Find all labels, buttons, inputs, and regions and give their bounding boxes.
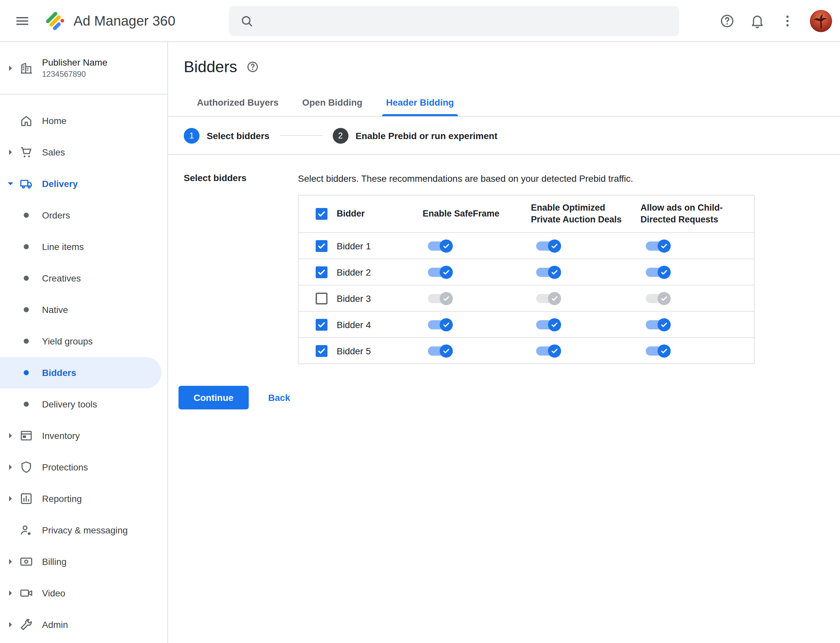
chevron-right-icon[interactable] (3, 429, 18, 442)
shield-icon (18, 459, 34, 475)
chevron-right-icon[interactable] (3, 618, 18, 631)
toggle-optimized-deals-bidder-4[interactable] (536, 318, 561, 331)
menu-button[interactable] (9, 8, 36, 34)
topbar-actions (714, 0, 832, 42)
description: Select bidders. These recommendations ar… (298, 172, 824, 185)
sidebar-item-sales[interactable]: Sales (0, 137, 167, 168)
tab-bar: Authorized BuyersOpen BiddingHeader Bidd… (168, 88, 840, 117)
toggle-optimized-deals-bidder-5[interactable] (536, 344, 561, 357)
continue-button[interactable]: Continue (178, 386, 248, 410)
tab-open-bidding[interactable]: Open Bidding (290, 88, 374, 116)
search-input[interactable] (263, 6, 669, 36)
row-checkbox-bidder-2[interactable] (315, 266, 327, 278)
sidebar-item-billing[interactable]: Billing (0, 546, 167, 578)
bidders-table: Bidder Enable SafeFrame Enable Optimized… (298, 195, 755, 364)
toggle-optimized-deals-bidder-2[interactable] (536, 265, 561, 279)
sidebar-item-bidders[interactable]: Bidders (0, 357, 167, 388)
truck-icon (18, 176, 34, 192)
sidebar-item-delivery[interactable]: Delivery (0, 168, 167, 199)
row-checkbox-bidder-5[interactable] (315, 345, 327, 357)
toggle-thumb (548, 344, 561, 357)
chevron-right-icon[interactable] (3, 146, 18, 159)
building-icon (18, 60, 34, 76)
sidebar-item-label: Privacy & messaging (42, 525, 127, 535)
toggle-safeframe-bidder-5[interactable] (428, 344, 453, 357)
more-options-button[interactable] (775, 8, 801, 34)
chevron-down-icon[interactable] (3, 177, 18, 190)
sidebar-item-video[interactable]: Video (0, 578, 167, 609)
bidders-panel: Select bidders. These recommendations ar… (298, 172, 824, 364)
tab-header-bidding[interactable]: Header Bidding (374, 88, 466, 116)
toggle-safeframe-bidder-2[interactable] (428, 265, 453, 279)
sidebar-item-home[interactable]: Home (0, 105, 167, 137)
toggle-optimized-deals-bidder-3[interactable] (536, 292, 561, 305)
sidebar-item-yield-groups[interactable]: Yield groups (0, 325, 167, 357)
sidebar-item-delivery-tools[interactable]: Delivery tools (0, 388, 167, 420)
stepper: 1Select bidders2Enable Prebid or run exp… (168, 117, 840, 155)
toggle-safeframe-bidder-3[interactable] (428, 292, 453, 305)
bullet-icon (18, 302, 34, 318)
row-checkbox-bidder-4[interactable] (315, 318, 327, 330)
column-header-child-directed: Allow ads on Child-Directed Requests (641, 202, 754, 226)
notifications-button[interactable] (744, 8, 770, 34)
sidebar-item-label: Reporting (42, 493, 82, 504)
sidebar-item-creatives[interactable]: Creatives (0, 263, 167, 294)
sidebar-item-label: Billing (42, 557, 67, 567)
chevron-right-icon[interactable] (3, 460, 18, 474)
back-button[interactable]: Back (268, 392, 290, 403)
toggle-thumb (548, 318, 561, 331)
toggle-child-directed-bidder-2[interactable] (646, 265, 671, 279)
billing-icon (18, 554, 34, 570)
toggle-safeframe-bidder-1[interactable] (428, 239, 453, 252)
chevron-right-icon[interactable] (3, 587, 18, 600)
sidebar-item-native[interactable]: Native (0, 294, 167, 325)
toggle-thumb (440, 292, 453, 305)
toggle-child-directed-bidder-5[interactable] (646, 344, 671, 357)
select-all-checkbox[interactable] (315, 208, 327, 220)
avatar[interactable] (810, 10, 832, 32)
sidebar-item-label: Inventory (42, 431, 80, 441)
toggle-optimized-deals-bidder-1[interactable] (536, 239, 561, 252)
table-row: Bidder 5 (299, 337, 754, 364)
chart-icon (18, 491, 34, 506)
home-icon (18, 113, 34, 129)
sidebar-nav: HomeSalesDeliveryOrdersLine itemsCreativ… (0, 95, 167, 640)
sidebar-item-reporting[interactable]: Reporting (0, 483, 167, 514)
page-help-icon[interactable] (247, 60, 260, 73)
sidebar-item-label: Protections (42, 462, 88, 472)
toggle-thumb (440, 239, 453, 252)
sidebar-item-admin[interactable]: Admin (0, 609, 167, 640)
publisher-selector[interactable]: Publisher Name 1234567890 (0, 42, 167, 95)
inventory-icon (18, 428, 34, 444)
help-button[interactable] (714, 8, 740, 34)
toggle-child-directed-bidder-4[interactable] (646, 318, 671, 331)
tab-authorized-buyers[interactable]: Authorized Buyers (185, 88, 290, 116)
toggle-thumb (440, 318, 453, 331)
cart-icon (18, 144, 34, 160)
chevron-right-icon[interactable] (3, 492, 18, 505)
admin-icon (18, 617, 34, 633)
sidebar-item-label: Yield groups (42, 336, 93, 346)
step-enable-prebid-or-run-experiment: 2Enable Prebid or run experiment (332, 127, 497, 144)
sidebar-item-orders[interactable]: Orders (0, 199, 167, 231)
content-section: Select bidders Select bidders. These rec… (168, 155, 840, 364)
bidder-name: Bidder 2 (337, 267, 371, 277)
row-checkbox-bidder-3[interactable] (315, 292, 327, 304)
sidebar-item-label: Bidders (42, 367, 76, 378)
toggle-thumb (657, 318, 671, 331)
step-number: 2 (332, 127, 348, 144)
toggle-safeframe-bidder-4[interactable] (428, 318, 453, 331)
sidebar-item-protections[interactable]: Protections (0, 451, 167, 483)
sidebar-item-inventory[interactable]: Inventory (0, 420, 167, 451)
toggle-child-directed-bidder-1[interactable] (646, 239, 671, 252)
sidebar-item-line-items[interactable]: Line items (0, 231, 167, 263)
column-header-bidder: Bidder (337, 208, 423, 220)
toggle-child-directed-bidder-3[interactable] (646, 292, 671, 305)
chevron-right-icon[interactable] (3, 555, 18, 568)
row-checkbox-bidder-1[interactable] (315, 240, 327, 251)
sidebar-item-privacy-messaging[interactable]: Privacy & messaging (0, 514, 167, 546)
sidebar-item-label: Delivery tools (42, 399, 97, 410)
table-row: Bidder 1 (299, 232, 754, 258)
sidebar-item-label: Line items (42, 242, 84, 252)
column-header-safeframe: Enable SafeFrame (423, 208, 531, 220)
